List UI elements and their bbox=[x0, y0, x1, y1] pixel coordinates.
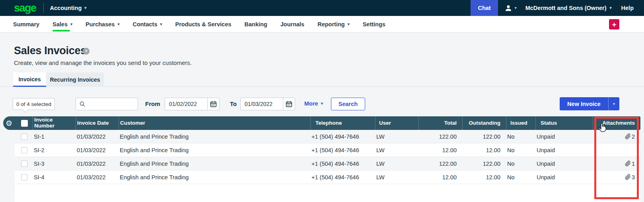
column-header-attachments[interactable]: Attachments bbox=[593, 116, 640, 130]
cell-invoice-date: 01/03/2022 bbox=[76, 157, 119, 171]
column-header-customer[interactable]: Customer bbox=[119, 116, 310, 130]
row-checkbox[interactable] bbox=[21, 133, 27, 140]
nav-item-journals[interactable]: Journals bbox=[280, 16, 304, 33]
cell-invoice-date: 01/03/2022 bbox=[76, 171, 119, 184]
paperclip-icon bbox=[625, 174, 631, 180]
cell-issued: No bbox=[506, 130, 535, 143]
cell-user: LW bbox=[375, 143, 418, 157]
nav-item-contacts[interactable]: Contacts▾ bbox=[132, 16, 162, 33]
company-menu[interactable]: McDermott and Sons (Owner) ▾ bbox=[525, 5, 612, 11]
row-checkbox[interactable] bbox=[21, 147, 27, 153]
from-calendar-button[interactable] bbox=[207, 98, 219, 110]
user-menu[interactable]: ▾ bbox=[504, 4, 517, 12]
help-icon[interactable]: ? bbox=[83, 48, 89, 55]
chevron-down-icon: ▾ bbox=[610, 6, 612, 10]
to-calendar-button[interactable] bbox=[283, 98, 295, 110]
column-header-user[interactable]: User bbox=[375, 116, 418, 130]
cell-total: 122.00 bbox=[418, 130, 462, 143]
cell-outstanding: 122.00 bbox=[462, 157, 506, 171]
chat-button[interactable]: Chat bbox=[471, 0, 498, 16]
nav-item-sales[interactable]: Sales▾ bbox=[53, 16, 72, 33]
chevron-down-icon: ▾ bbox=[84, 6, 86, 10]
tab-recurring-invoices[interactable]: Recurring Invoices bbox=[46, 73, 104, 87]
row-checkbox[interactable] bbox=[21, 174, 27, 180]
cell-customer: English and Prince Trading bbox=[119, 157, 310, 171]
column-header-telephone[interactable]: Telephone bbox=[310, 116, 375, 130]
search-button[interactable]: Search bbox=[331, 98, 365, 110]
new-invoice-dropdown[interactable]: ▾ bbox=[608, 97, 619, 110]
chevron-down-icon: ▾ bbox=[348, 22, 350, 26]
page-title: Sales Invoices bbox=[14, 45, 86, 57]
nav-item-reporting[interactable]: Reporting▾ bbox=[317, 16, 350, 33]
chevron-down-icon: ▾ bbox=[613, 102, 615, 106]
nav-item-summary[interactable]: Summary bbox=[13, 16, 39, 33]
table-row[interactable]: SI-2 01/03/2022 English and Prince Tradi… bbox=[15, 143, 640, 157]
select-all-checkbox[interactable] bbox=[21, 120, 28, 127]
column-settings-button[interactable]: ⚙ bbox=[3, 120, 15, 127]
cell-telephone: +1 (504) 494-7646 bbox=[310, 130, 375, 143]
column-header-issued[interactable]: Issued bbox=[506, 116, 535, 130]
from-label: From bbox=[145, 100, 160, 107]
cell-customer: English and Prince Trading bbox=[119, 143, 310, 157]
help-link[interactable]: Help bbox=[621, 5, 634, 11]
chevron-down-icon: ▾ bbox=[117, 22, 119, 26]
cell-user: LW bbox=[375, 130, 418, 143]
nav-item-purchases[interactable]: Purchases▾ bbox=[86, 16, 119, 33]
cell-attachments[interactable]: 3 bbox=[593, 171, 640, 184]
search-input[interactable] bbox=[88, 101, 132, 107]
main-nav: Summary Sales▾ Purchases▾ Contacts▾ Prod… bbox=[0, 16, 644, 33]
new-invoice-label[interactable]: New Invoice bbox=[560, 97, 608, 110]
cell-total: 122.00 bbox=[418, 157, 462, 171]
table-row[interactable]: SI-1 01/03/2022 English and Prince Tradi… bbox=[15, 130, 640, 143]
cell-invoice-date: 01/03/2022 bbox=[76, 130, 119, 143]
to-date-input[interactable] bbox=[241, 101, 283, 107]
sage-accounting-app: sage Accounting ▾ Chat ▾ McDermott and S… bbox=[0, 0, 644, 202]
active-nav-underline bbox=[53, 30, 70, 31]
to-label: To bbox=[230, 100, 237, 107]
invoices-table-header: ⚙ Invoice Number Invoice Date Customer T… bbox=[3, 116, 640, 130]
nav-item-products-services[interactable]: Products & Services bbox=[175, 16, 232, 33]
column-header-invoice-date[interactable]: Invoice Date bbox=[76, 116, 119, 130]
chevron-down-icon: ▾ bbox=[160, 22, 162, 26]
cell-telephone: +1 (504) 494-7646 bbox=[310, 157, 375, 171]
badge-tail bbox=[23, 107, 28, 113]
product-switcher[interactable]: Accounting ▾ bbox=[50, 5, 87, 11]
cell-status: Unpaid bbox=[535, 157, 593, 171]
column-header-outstanding[interactable]: Outstanding bbox=[462, 116, 506, 130]
cell-invoice-number: SI-4 bbox=[33, 171, 76, 184]
cell-attachments[interactable]: 2 bbox=[593, 130, 640, 143]
quick-add-button[interactable]: + bbox=[609, 19, 619, 29]
product-name: Accounting bbox=[50, 5, 82, 11]
cell-attachments[interactable]: 1 bbox=[593, 157, 640, 171]
topbar: sage Accounting ▾ Chat ▾ McDermott and S… bbox=[0, 0, 644, 16]
column-header-invoice-number[interactable]: Invoice Number bbox=[33, 116, 76, 130]
cell-outstanding: 122.00 bbox=[462, 130, 506, 143]
cell-status: Unpaid bbox=[535, 143, 593, 157]
row-checkbox[interactable] bbox=[21, 161, 27, 167]
calendar-icon bbox=[210, 101, 217, 108]
cell-user: LW bbox=[375, 171, 418, 184]
nav-item-banking[interactable]: Banking bbox=[245, 16, 267, 33]
user-icon bbox=[504, 4, 512, 12]
cell-customer: English and Prince Trading bbox=[119, 171, 310, 184]
sage-logo[interactable]: sage bbox=[14, 0, 36, 16]
cell-outstanding: 12.00 bbox=[462, 143, 506, 157]
cell-issued: No bbox=[506, 143, 535, 157]
nav-item-settings[interactable]: Settings bbox=[363, 16, 385, 33]
cell-invoice-number: SI-3 bbox=[33, 157, 76, 171]
cell-status: Unpaid bbox=[535, 130, 593, 143]
table-row[interactable]: SI-3 01/03/2022 English and Prince Tradi… bbox=[15, 157, 640, 171]
column-header-total[interactable]: Total bbox=[418, 116, 462, 130]
table-row[interactable]: SI-4 01/03/2022 English and Prince Tradi… bbox=[15, 171, 640, 184]
to-date-field bbox=[240, 98, 295, 110]
new-invoice-button[interactable]: New Invoice ▾ bbox=[560, 97, 619, 110]
chevron-down-icon: ▾ bbox=[515, 6, 517, 10]
cell-telephone: +1 (504) 494-7646 bbox=[310, 143, 375, 157]
tab-invoices[interactable]: Invoices bbox=[13, 73, 46, 87]
column-header-status[interactable]: Status bbox=[535, 116, 593, 130]
cell-telephone: +1 (504) 494-7646 bbox=[310, 171, 375, 184]
topbar-divider bbox=[43, 3, 44, 13]
from-date-field bbox=[165, 98, 220, 110]
from-date-input[interactable] bbox=[165, 101, 207, 107]
more-filters-button[interactable]: More ▾ bbox=[304, 100, 323, 107]
